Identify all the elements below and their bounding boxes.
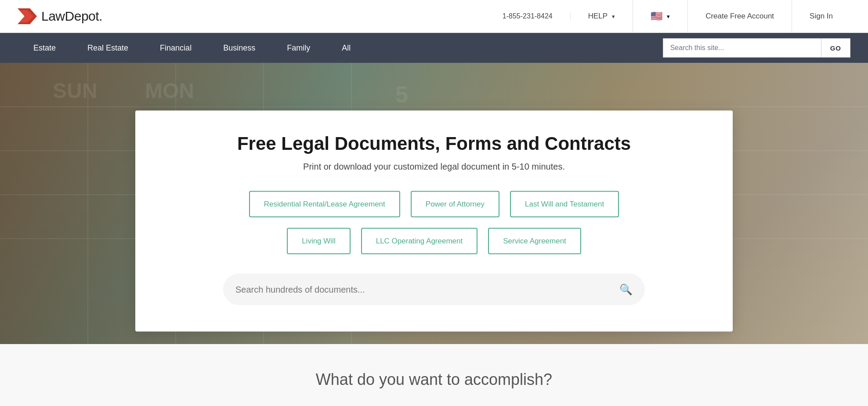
last-will-button[interactable]: Last Will and Testament [510, 191, 619, 218]
doc-buttons-row2: Living Will LLC Operating Agreement Serv… [162, 228, 706, 254]
hero-search-input[interactable] [235, 284, 619, 294]
logo-light: Depot [65, 9, 99, 23]
help-label: HELP [588, 12, 608, 21]
nav-item-estate[interactable]: Estate [18, 33, 72, 63]
nav-items: Estate Real Estate Financial Business Fa… [18, 33, 663, 63]
logo-dot: . [99, 9, 102, 23]
living-will-button[interactable]: Living Will [287, 228, 351, 254]
bottom-title: What do you want to accomplish? [18, 370, 850, 389]
hero-card: Free Legal Documents, Forms and Contract… [135, 111, 733, 332]
phone-number: 1-855-231-8424 [485, 12, 571, 20]
hero-section: MON SUN 5 4 Free Legal Documents, Forms … [0, 63, 868, 344]
create-account-button[interactable]: Create Free Account [688, 0, 792, 33]
hero-subtitle: Print or download your customized legal … [162, 162, 706, 172]
nav-search: GO [663, 38, 850, 58]
flag-chevron-icon: ▾ [667, 13, 670, 20]
logo-bold: Law [41, 9, 65, 23]
llc-operating-button[interactable]: LLC Operating Agreement [361, 228, 478, 254]
top-bar-right: 1-855-231-8424 HELP ▾ 🇺🇸 ▾ Create Free A… [485, 0, 850, 33]
nav-item-all[interactable]: All [326, 33, 366, 63]
hero-search-icon: 🔍 [619, 283, 633, 296]
svg-text:5: 5 [395, 82, 408, 107]
svg-text:MON: MON [145, 79, 194, 102]
help-button[interactable]: HELP ▾ [571, 0, 633, 33]
nav-bar: Estate Real Estate Financial Business Fa… [0, 33, 868, 63]
nav-item-family[interactable]: Family [271, 33, 326, 63]
nav-search-go-button[interactable]: GO [821, 38, 850, 58]
sign-in-button[interactable]: Sign In [792, 0, 850, 33]
nav-item-real-estate[interactable]: Real Estate [72, 33, 144, 63]
rental-lease-button[interactable]: Residential Rental/Lease Agreement [249, 191, 400, 218]
nav-search-input[interactable] [663, 38, 821, 58]
hero-search-bar: 🔍 [223, 274, 645, 305]
bottom-section: What do you want to accomplish? [0, 344, 868, 406]
logo-area: LawDepot. [18, 8, 485, 24]
nav-item-financial[interactable]: Financial [144, 33, 207, 63]
logo-icon [18, 8, 37, 24]
power-of-attorney-button[interactable]: Power of Attorney [411, 191, 499, 218]
hero-title: Free Legal Documents, Forms and Contract… [162, 133, 706, 155]
flag-selector[interactable]: 🇺🇸 ▾ [633, 0, 688, 33]
service-agreement-button[interactable]: Service Agreement [488, 228, 581, 254]
svg-text:SUN: SUN [53, 79, 97, 102]
us-flag-icon: 🇺🇸 [651, 11, 662, 22]
logo-text: LawDepot. [41, 9, 102, 24]
nav-item-business[interactable]: Business [207, 33, 271, 63]
top-bar: LawDepot. 1-855-231-8424 HELP ▾ 🇺🇸 ▾ Cre… [0, 0, 868, 33]
help-chevron-icon: ▾ [612, 13, 615, 20]
doc-buttons-row1: Residential Rental/Lease Agreement Power… [162, 191, 706, 218]
